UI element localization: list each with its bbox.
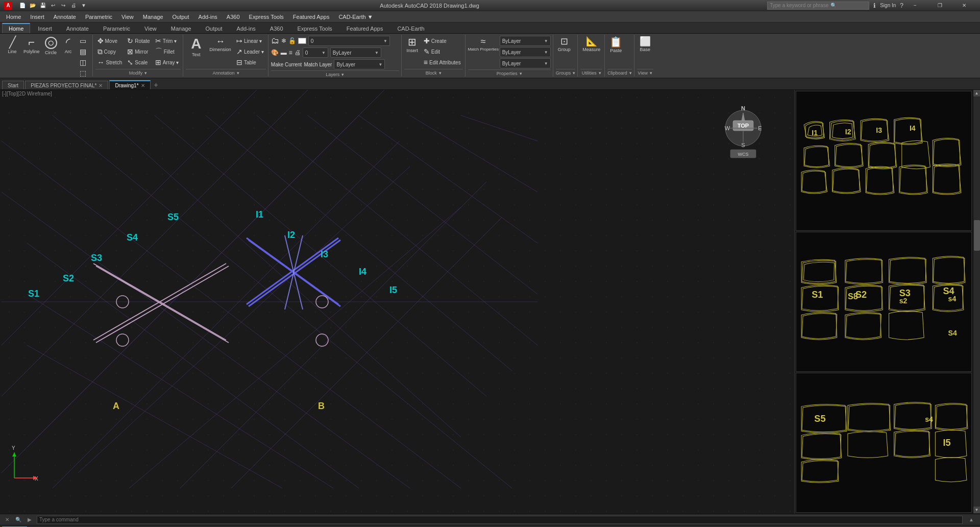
copy-btn[interactable]: ⧉ Copy: [95, 46, 125, 57]
utilities-group-label[interactable]: Utilities ▾: [580, 69, 602, 77]
drawing-canvas[interactable]: [-][Top][2D Wireframe]: [0, 90, 794, 514]
menu-addins[interactable]: Add-ins: [194, 12, 222, 22]
modify-group-label[interactable]: Modify ▾: [95, 69, 181, 77]
menu-cadearth[interactable]: CAD-Earth ▼: [334, 12, 377, 22]
sign-in-btn[interactable]: Sign In: [880, 3, 896, 8]
tab-view[interactable]: View: [138, 23, 163, 33]
props-bylayer3[interactable]: ByLayer ▼: [500, 58, 551, 68]
leader-btn[interactable]: ↗ Leader ▾: [234, 46, 266, 57]
menu-home[interactable]: Home: [2, 12, 25, 22]
info-icon[interactable]: ℹ: [873, 2, 876, 9]
edit-attr-btn[interactable]: ≡ Edit Attributes: [422, 57, 463, 67]
base-btn[interactable]: ⬜ Base: [637, 36, 653, 53]
menu-featured[interactable]: Featured Apps: [289, 12, 334, 22]
group-btn[interactable]: ⊡ Group: [556, 36, 573, 53]
text-btn[interactable]: A Text: [186, 36, 206, 58]
layer-lock-btn[interactable]: 🔓: [288, 37, 296, 44]
props-bylayer1[interactable]: ByLayer ▼: [500, 36, 551, 46]
clipboard-group-label[interactable]: Clipboard ▾: [607, 69, 632, 77]
array-btn[interactable]: ⊞ Array ▾: [153, 57, 181, 67]
doc-tab-drawing1-close[interactable]: ✕: [141, 83, 145, 88]
layer-match-btn[interactable]: Match Layer: [304, 62, 332, 67]
tab-manage[interactable]: Manage: [164, 23, 198, 33]
scrollbar-thumb[interactable]: [974, 220, 980, 251]
menu-insert[interactable]: Insert: [26, 12, 48, 22]
layer-props-btn[interactable]: 🗂: [271, 36, 279, 45]
scrollbar-up-btn[interactable]: ▲: [973, 90, 981, 97]
linetype-dropdown[interactable]: ByLayer ▼: [330, 47, 381, 58]
statusbar-search-btn[interactable]: 🔍: [14, 517, 22, 522]
qa-save[interactable]: 💾: [39, 2, 47, 10]
draw-rect-btn[interactable]: ▭: [78, 36, 90, 46]
statusbar-prompt-btn[interactable]: ▶: [27, 517, 33, 522]
create-btn[interactable]: ✚ Create: [422, 36, 463, 46]
command-input[interactable]: [37, 516, 963, 524]
tab-home[interactable]: Home: [2, 23, 30, 33]
linear-btn[interactable]: ↦ Linear ▾: [234, 36, 266, 46]
help-icon[interactable]: ?: [900, 2, 903, 9]
doc-tab-piezas[interactable]: PIEZAS PROYECTO FINAL* ✕: [25, 81, 108, 89]
tab-featured[interactable]: Featured Apps: [340, 23, 390, 33]
qa-redo[interactable]: ↪: [59, 2, 67, 10]
fillet-btn[interactable]: ⌒ Fillet: [153, 46, 181, 57]
groups-group-label[interactable]: Groups ▾: [556, 69, 576, 77]
arc-btn[interactable]: ◜ Arc: [60, 36, 77, 55]
layer-linetype-btn[interactable]: ▬: [281, 49, 287, 56]
tab-addins[interactable]: Add-ins: [230, 23, 262, 33]
layers-group-label[interactable]: Layers ▾: [271, 70, 399, 78]
qa-plot[interactable]: 🖨: [69, 2, 78, 10]
tab-annotate[interactable]: Annotate: [60, 23, 95, 33]
layer-freeze-btn[interactable]: ❄: [281, 37, 286, 44]
layer-plot-btn[interactable]: 🖨: [295, 49, 301, 56]
layer-color-btn[interactable]: 🎨: [271, 49, 279, 56]
tab-a360[interactable]: A360: [263, 23, 290, 33]
qa-new[interactable]: 📄: [18, 2, 27, 10]
draw-hatch-btn[interactable]: ▤: [78, 46, 90, 57]
new-tab-btn[interactable]: +: [152, 80, 161, 89]
qa-open[interactable]: 📂: [29, 2, 37, 10]
circle-btn[interactable]: ○ Circle: [43, 36, 59, 56]
doc-tab-piezas-close[interactable]: ✕: [99, 83, 103, 88]
props-bylayer2[interactable]: ByLayer ▼: [500, 47, 551, 57]
statusbar-options-btn[interactable]: ✕: [4, 517, 10, 522]
match-props-btn[interactable]: ≈ Match Properties: [468, 36, 499, 53]
doc-tab-drawing1[interactable]: Drawing1* ✕: [109, 80, 150, 89]
qa-more[interactable]: ▼: [80, 2, 88, 10]
draw-gradient-btn[interactable]: ◫: [78, 57, 90, 67]
line-btn[interactable]: ╱ Line: [4, 36, 20, 55]
menu-view[interactable]: View: [117, 12, 138, 22]
stretch-btn[interactable]: ↔ Stretch: [95, 57, 125, 67]
tab-express[interactable]: Express Tools: [291, 23, 339, 33]
measure-btn[interactable]: 📐 Measure: [580, 36, 602, 53]
view-group-label[interactable]: View ▾: [637, 69, 653, 77]
draw-boundary-btn[interactable]: ⬚: [78, 68, 90, 78]
statusbar-expand-btn[interactable]: ▲: [967, 515, 976, 524]
color-dropdown[interactable]: 0 ▼: [303, 47, 328, 58]
restore-btn[interactable]: ❐: [928, 0, 951, 11]
scrollbar-track[interactable]: [973, 97, 981, 507]
menu-express[interactable]: Express Tools: [245, 12, 288, 22]
scale-btn[interactable]: ⤡ Scale: [125, 57, 152, 67]
move-btn[interactable]: ✥ Move: [95, 36, 125, 46]
scrollbar-down-btn[interactable]: ▼: [973, 507, 981, 514]
tab-parametric[interactable]: Parametric: [96, 23, 137, 33]
layer-lineweight-btn[interactable]: ≡: [289, 49, 292, 56]
trim-btn[interactable]: ✂ Trim ▾: [153, 36, 181, 46]
tab-cadearth[interactable]: CAD-Earth: [390, 23, 431, 33]
menu-annotate[interactable]: Annotate: [50, 12, 80, 22]
annotation-group-label[interactable]: Annotation ▾: [186, 69, 265, 77]
menu-parametric[interactable]: Parametric: [81, 12, 116, 22]
layer-dropdown[interactable]: 0 ▼: [308, 36, 390, 46]
edit-block-btn[interactable]: ✎ Edit: [422, 46, 463, 57]
dimension-btn[interactable]: ↔ Dimension: [207, 36, 233, 53]
mirror-btn[interactable]: ⊠ Mirror: [125, 46, 152, 57]
menu-a360[interactable]: A360: [223, 12, 244, 22]
lineweight-dropdown[interactable]: ByLayer ▼: [334, 59, 385, 69]
polyline-btn[interactable]: ⌐ Polyline: [21, 36, 42, 55]
menu-manage[interactable]: Manage: [139, 12, 167, 22]
paste-btn[interactable]: 📋 Paste: [607, 36, 624, 54]
block-group-label[interactable]: Block ▾: [404, 69, 463, 77]
minimize-btn[interactable]: −: [903, 0, 927, 11]
search-box[interactable]: Type a keyword or phrase 🔍: [767, 2, 869, 10]
qa-undo[interactable]: ↩: [49, 2, 57, 10]
